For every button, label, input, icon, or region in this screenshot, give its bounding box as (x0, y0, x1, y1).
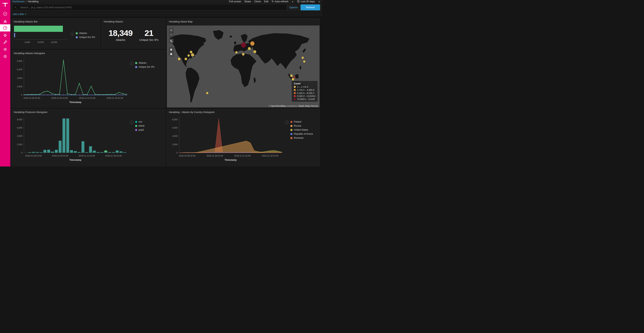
map-marker[interactable] (293, 76, 295, 78)
legend-item[interactable]: vnc (135, 120, 144, 123)
clone-button[interactable]: Clone (254, 0, 261, 3)
legend-item[interactable]: pop3 (135, 129, 144, 131)
legend-toggle-icon[interactable]: › (130, 120, 134, 124)
time-forward-chevron-icon[interactable]: › (318, 0, 320, 3)
map-marker[interactable] (191, 53, 194, 57)
attacks-bar-chart[interactable]: 5,00010,00015,000 (13, 24, 70, 47)
map-marker[interactable] (303, 60, 306, 63)
add-filter-link[interactable]: Add a filter+ (13, 13, 26, 16)
map-marker[interactable] (184, 58, 187, 61)
map-marker[interactable] (206, 92, 208, 94)
zoom-in-button[interactable]: + (169, 28, 174, 33)
map-marker[interactable] (178, 58, 180, 61)
full-screen-button[interactable]: Full screen (229, 0, 241, 3)
legend-item[interactable]: Unique Src IPs (76, 36, 95, 39)
breadcrumb-dashboard-link[interactable]: Dashboard (12, 0, 24, 3)
share-button[interactable]: Share (244, 0, 251, 3)
legend-item[interactable]: Romania (290, 137, 313, 139)
metric-value: 21 (139, 29, 158, 38)
legend-color-dot (135, 121, 137, 123)
refresh-button[interactable]: Refresh (300, 5, 320, 10)
gauge-icon (3, 26, 8, 30)
sidebar-item-visualize[interactable] (0, 17, 10, 24)
svg-text:2018-11-04 01:00: 2018-11-04 01:00 (206, 155, 223, 157)
legend-color-dot (290, 125, 292, 127)
telekom-logo[interactable] (2, 2, 8, 7)
time-range-picker[interactable]: Last 30 days (297, 0, 315, 3)
legend-label: 3 – 2,729.4 (297, 86, 308, 88)
legend-label: Attacks (138, 62, 146, 64)
svg-text:Timestamp: Timestamp (69, 101, 81, 104)
panel-heralding-attack-map: Heralding Attack Map + − (167, 19, 320, 108)
legend-toggle-icon[interactable]: › (70, 32, 74, 36)
map-legend-item[interactable]: 2,729.4 – 5,455.8 (294, 89, 316, 91)
sidebar-item-security[interactable] (0, 32, 10, 39)
bar-chart-icon (3, 19, 8, 23)
edit-button[interactable]: Edit (264, 0, 268, 3)
panel-heralding-attacks-metric: Heralding Attacks 18,349Attacks21Unique … (102, 19, 166, 49)
map-marker[interactable] (242, 53, 244, 56)
crop-tool-button[interactable] (169, 39, 174, 43)
protocols-histogram-legend: vnctelnetpop3 (135, 120, 144, 131)
breadcrumb: Dashboard / Heralding (12, 0, 38, 3)
legend-item[interactable]: Russia (290, 125, 313, 127)
legend-item[interactable]: Poland (290, 120, 313, 123)
country-histogram-chart[interactable]: 02,0004,0006,0008,0002018-10-28 02:00201… (168, 114, 285, 163)
sidebar-item-settings[interactable] (0, 53, 10, 60)
polygon-tool-button[interactable] (169, 47, 174, 52)
map-legend-item[interactable]: 8,182.2 – 10,908.6 (294, 95, 316, 97)
legend-item[interactable]: Attacks (76, 32, 95, 35)
country-histogram-legend: PolandRussiaUnited StatesRepublic of Kor… (290, 120, 313, 139)
sidebar-item-dashboard[interactable] (0, 24, 10, 32)
map-marker[interactable] (188, 54, 190, 57)
search-input-container[interactable]: >_ (12, 4, 287, 10)
map-marker[interactable] (302, 56, 304, 59)
attacks-histogram-chart[interactable]: 02,0004,0006,0008,0002018-10-28 02:00201… (13, 56, 130, 105)
attacks-bar-legend: AttacksUnique Src IPs (76, 32, 95, 39)
panel-title: Heralding Attacks (102, 19, 165, 24)
map-area[interactable]: + − (167, 26, 320, 107)
crop-icon (170, 40, 172, 42)
legend-color-dot (135, 62, 137, 64)
search-input[interactable] (20, 6, 284, 9)
map-marker[interactable] (290, 74, 293, 77)
legend-item[interactable]: telnet (135, 125, 144, 127)
map-legend-item[interactable]: 5,455.8 – 8,182.2 (294, 92, 316, 94)
openstreetmap-link[interactable]: OpenStreetMap (271, 105, 286, 107)
legend-toggle-icon[interactable]: › (130, 62, 134, 65)
protocols-histogram-chart[interactable]: 02,0004,0006,0008,0002018-10-28 02:00201… (13, 114, 130, 163)
auto-refresh-button[interactable]: ↻ Auto-refresh (272, 0, 288, 3)
app-root: Dashboard / Heralding Full screen Share … (0, 0, 322, 167)
legend-item[interactable]: United States (290, 129, 313, 131)
legend-label: Unique Src IPs (79, 36, 95, 39)
map-marker[interactable] (235, 51, 238, 54)
svg-text:4,000: 4,000 (172, 135, 178, 137)
map-marker[interactable] (241, 42, 246, 48)
zoom-out-button[interactable]: − (169, 33, 174, 37)
legend-item[interactable]: Unique Src IPs (135, 66, 154, 68)
map-attribution: © OpenStreetMap contributors, Elastic Ma… (267, 104, 320, 107)
legend-toggle-icon[interactable]: › (285, 120, 289, 124)
elastic-maps-link[interactable]: Elastic Maps Service (298, 105, 318, 107)
time-back-chevron-icon[interactable]: ‹ (292, 0, 294, 3)
map-legend-item[interactable]: 10,908.6 – 13,635 (294, 98, 316, 100)
map-legend-item[interactable]: 3 – 2,729.4 (294, 86, 316, 88)
options-link[interactable]: Options (290, 6, 298, 9)
legend-item[interactable]: Republic of Korea (290, 133, 313, 135)
legend-label: United States (294, 129, 308, 131)
svg-text:5,000: 5,000 (25, 41, 30, 43)
legend-color-dot (294, 86, 296, 88)
map-marker[interactable] (254, 50, 256, 53)
legend-item[interactable]: Attacks (135, 62, 154, 64)
sidebar-item-discover[interactable] (0, 10, 10, 17)
rectangle-tool-button[interactable] (169, 52, 174, 56)
map-marker[interactable] (248, 47, 251, 50)
refresh-cycle-icon: ↻ (272, 0, 274, 3)
metric-value: 18,349 (108, 29, 133, 38)
sidebar-nav (0, 10, 10, 60)
sidebar-item-tools[interactable] (0, 39, 10, 46)
map-marker[interactable] (190, 51, 192, 54)
map-marker[interactable] (250, 41, 254, 46)
sidebar-item-health[interactable] (0, 46, 10, 53)
svg-text:2,000: 2,000 (17, 85, 22, 88)
